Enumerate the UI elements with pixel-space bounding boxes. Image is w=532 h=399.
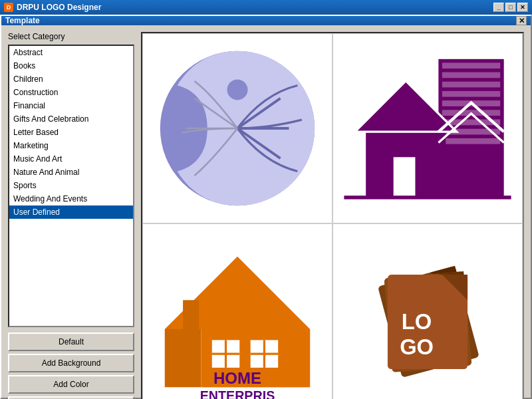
category-item-construction[interactable]: Construction [9, 86, 133, 99]
dialog-close-button[interactable]: ✕ [516, 16, 527, 25]
template-cell-3[interactable]: HOME ENTERPRIS [142, 223, 332, 399]
create-your-own-button[interactable]: Create Your Own [8, 396, 134, 399]
left-panel: Select Category Abstract Books Children … [8, 32, 134, 399]
dialog-title: Template [5, 16, 516, 25]
title-bar-buttons: _ □ ✕ [493, 3, 528, 12]
content-area: Select Category Abstract Books Children … [8, 32, 524, 399]
svg-rect-9 [442, 63, 500, 69]
svg-marker-24 [165, 329, 201, 387]
template-cell-1[interactable] [142, 33, 332, 223]
template-cell-4[interactable]: LO GO [332, 223, 523, 399]
main-window: Template ✕ Select Category Abstract Book… [0, 15, 532, 399]
app-title: DRPU LOGO Designer [17, 3, 493, 12]
svg-rect-11 [442, 82, 500, 88]
svg-point-1 [227, 79, 248, 100]
dialog-title-bar: Template ✕ [1, 16, 531, 25]
template-svg-4: LO GO [333, 235, 522, 399]
svg-rect-12 [442, 91, 500, 97]
maximize-button[interactable]: □ [505, 3, 516, 12]
template-svg-1 [143, 34, 332, 223]
button-group: Default Add Background Add Color Create … [8, 332, 134, 399]
svg-text:LO: LO [402, 309, 432, 334]
select-category-label: Select Category [8, 32, 134, 41]
category-item-wedding[interactable]: Wedding And Events [9, 192, 133, 205]
category-item-gifts[interactable]: Gifts And Celebration [9, 112, 133, 126]
minimize-button[interactable]: _ [493, 3, 504, 12]
template-cell-2[interactable] [332, 33, 523, 223]
category-list[interactable]: Abstract Books Children Construction Fin… [8, 45, 134, 327]
category-item-abstract[interactable]: Abstract [9, 46, 133, 59]
svg-text:GO: GO [400, 335, 434, 360]
close-app-button[interactable]: ✕ [517, 3, 528, 12]
svg-rect-17 [442, 138, 500, 144]
add-background-button[interactable]: Add Background [8, 354, 134, 372]
category-item-music[interactable]: Music And Art [9, 152, 133, 166]
category-item-sports[interactable]: Sports [9, 179, 133, 192]
svg-text:ENTERPRIS: ENTERPRIS [200, 388, 275, 399]
app-icon: D [4, 3, 13, 12]
svg-rect-20 [394, 158, 416, 198]
dialog-content: Select Category Abstract Books Children … [1, 25, 531, 399]
svg-rect-26 [183, 301, 199, 333]
app-title-bar: D DRPU LOGO Designer _ □ ✕ [0, 0, 532, 15]
template-svg-2 [333, 45, 522, 211]
category-item-books[interactable]: Books [9, 59, 133, 72]
svg-text:HOME: HOME [213, 369, 261, 387]
add-color-button[interactable]: Add Color [8, 375, 134, 394]
category-item-user-defined[interactable]: User Defined [9, 205, 133, 219]
template-svg-3: HOME ENTERPRIS [143, 235, 332, 399]
category-item-marketing[interactable]: Marketing [9, 139, 133, 152]
svg-rect-10 [442, 72, 500, 78]
category-item-children[interactable]: Children [9, 72, 133, 86]
category-item-letter[interactable]: Letter Based [9, 126, 133, 139]
default-button[interactable]: Default [8, 332, 134, 351]
category-item-nature[interactable]: Nature And Animal [9, 166, 133, 179]
svg-point-2 [227, 157, 248, 178]
templates-grid: HOME ENTERPRIS [141, 32, 524, 399]
svg-rect-22 [344, 196, 511, 200]
category-item-financial[interactable]: Financial [9, 99, 133, 112]
